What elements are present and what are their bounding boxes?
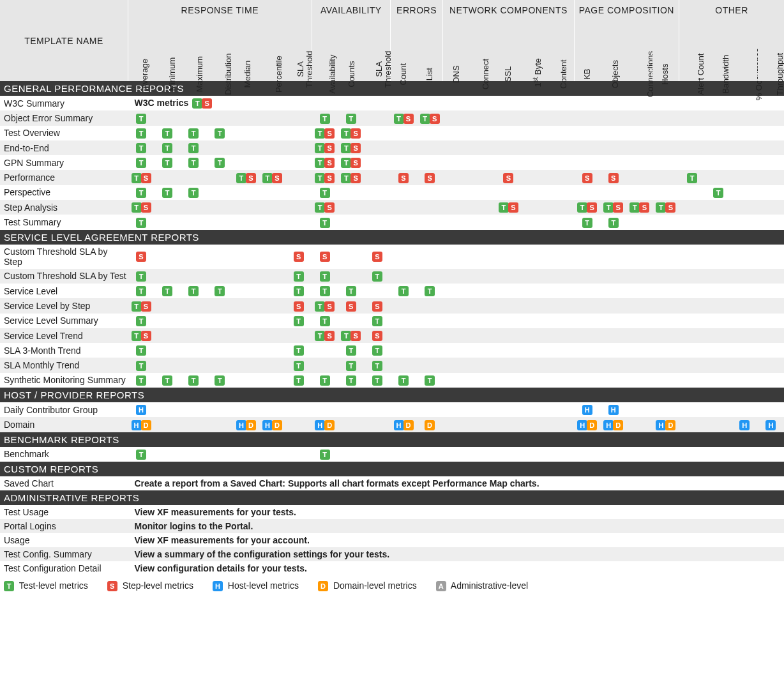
matrix-cell	[652, 447, 679, 462]
matrix-cell	[364, 126, 390, 140]
column-header: Throughput	[758, 20, 784, 81]
matrix-cell	[443, 358, 469, 372]
section-header: BENCHMARK REPORTS	[0, 432, 784, 447]
legend-item: T Test-level metrics	[4, 580, 88, 591]
table-row: Test SummaryTTTT	[0, 215, 784, 229]
matrix-cell	[600, 126, 626, 140]
matrix-cell	[679, 245, 705, 269]
matrix-cell	[679, 200, 705, 215]
matrix-cell	[417, 328, 443, 343]
matrix-cell	[495, 417, 522, 432]
matrix-cell	[732, 269, 758, 284]
matrix-cell: T	[312, 447, 338, 462]
metric-tag-t: T	[341, 158, 351, 168]
matrix-cell	[390, 155, 416, 170]
matrix-cell	[495, 373, 522, 388]
metric-tag-t: T	[687, 173, 697, 183]
matrix-cell	[233, 185, 259, 200]
matrix-cell: T	[128, 140, 154, 155]
matrix-cell	[338, 215, 364, 229]
matrix-cell: T	[128, 373, 154, 388]
matrix-cell	[548, 402, 574, 417]
matrix-cell: S	[312, 245, 338, 269]
matrix-cell	[522, 358, 548, 372]
matrix-cell	[574, 155, 600, 170]
matrix-cell	[233, 314, 259, 328]
matrix-cell	[626, 140, 652, 155]
matrix-cell	[626, 185, 652, 200]
column-header: Bandwidth	[705, 20, 732, 81]
legend-label: Step-level metrics	[120, 580, 193, 591]
matrix-cell	[758, 155, 784, 170]
metric-tag-s: S	[324, 158, 335, 168]
matrix-cell: S	[600, 170, 626, 185]
matrix-cell: T	[155, 373, 181, 388]
matrix-cell	[155, 245, 181, 269]
column-header: SLAThreshold	[364, 20, 390, 81]
matrix-cell	[233, 343, 259, 358]
table-row: Test UsageView XF measurements for your …	[0, 505, 784, 519]
matrix-cell	[626, 170, 652, 185]
metric-tag-t: T	[398, 375, 409, 386]
matrix-cell: T	[285, 343, 312, 358]
metric-tag-t: T	[656, 202, 666, 213]
metric-tag-t: T	[372, 361, 382, 371]
matrix-cell	[155, 200, 181, 215]
section-header: SERVICE LEVEL AGREEMENT REPORTS	[0, 230, 784, 245]
matrix-cell	[705, 314, 732, 328]
row-description: Monitor logins to the Portal.	[128, 519, 784, 533]
matrix-cell	[522, 200, 548, 215]
header-group-other: OTHER	[679, 0, 784, 20]
metric-tag-t: T	[320, 271, 330, 282]
matrix-cell	[443, 155, 469, 170]
matrix-cell	[338, 447, 364, 462]
matrix-cell	[417, 269, 443, 284]
metric-tag-s: S	[324, 173, 335, 183]
metric-tag-t: T	[132, 173, 142, 183]
column-header: Hosts	[652, 20, 679, 81]
matrix-cell	[574, 447, 600, 462]
matrix-cell: T	[285, 269, 312, 284]
metric-tag-s: S	[403, 114, 414, 124]
matrix-cell	[522, 447, 548, 462]
matrix-cell: TS	[338, 328, 364, 343]
matrix-cell	[364, 140, 390, 155]
header-group-errors: ERRORS	[390, 0, 442, 20]
matrix-cell	[600, 447, 626, 462]
header-template-name: TEMPLATE NAME	[0, 0, 128, 81]
metric-tag-t: T	[577, 202, 587, 213]
column-header: Counts	[338, 20, 364, 81]
matrix-cell	[626, 284, 652, 298]
matrix-cell	[705, 358, 732, 372]
matrix-cell: T	[364, 269, 390, 284]
matrix-cell	[732, 373, 758, 388]
matrix-cell: T	[181, 284, 207, 298]
matrix-cell: T	[338, 373, 364, 388]
header-group-page-composition: PAGE COMPOSITION	[574, 0, 679, 20]
column-header: Alert Count	[679, 20, 705, 81]
column-header: Distribution	[207, 20, 233, 81]
matrix-cell	[679, 185, 705, 200]
matrix-cell: TS	[128, 170, 154, 185]
matrix-cell	[705, 284, 732, 298]
matrix-cell	[469, 343, 495, 358]
matrix-cell	[732, 126, 758, 140]
matrix-cell: HD	[652, 417, 679, 432]
matrix-cell: T	[155, 126, 181, 140]
matrix-cell	[679, 155, 705, 170]
metric-tag-s: S	[608, 173, 619, 183]
matrix-cell	[207, 358, 233, 372]
matrix-cell	[181, 269, 207, 284]
matrix-cell	[390, 269, 416, 284]
matrix-cell	[574, 328, 600, 343]
legend-item: D Domain-level metrics	[318, 580, 417, 591]
matrix-cell	[390, 140, 416, 155]
matrix-cell: TS	[574, 200, 600, 215]
matrix-cell	[600, 185, 626, 200]
matrix-cell	[705, 245, 732, 269]
matrix-cell	[574, 343, 600, 358]
matrix-cell	[259, 155, 285, 170]
matrix-cell	[155, 343, 181, 358]
row-name: SLA 3-Month Trend	[0, 343, 128, 358]
matrix-cell	[233, 328, 259, 343]
